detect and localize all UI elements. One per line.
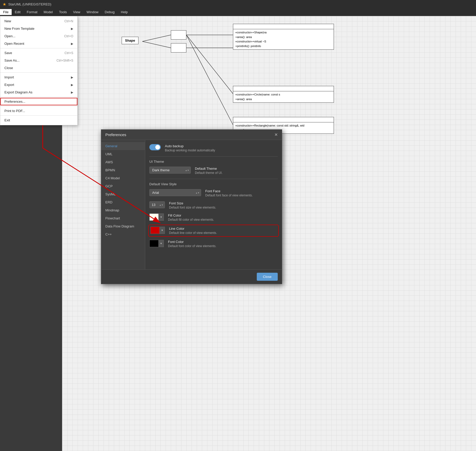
font-face-row: Arial Times New Roman Courier New Font F… bbox=[149, 189, 278, 197]
menu-item-save-as[interactable]: Save As... Ctrl+Shift+S bbox=[0, 57, 77, 64]
menu-item-new[interactable]: New Ctrl+N bbox=[0, 17, 77, 25]
fill-color-dropdown-btn[interactable]: ▼ bbox=[159, 213, 164, 221]
fill-color-swatch[interactable] bbox=[149, 213, 159, 221]
menu-item-export-label: Export bbox=[4, 83, 14, 87]
font-color-row: ▼ Font Color Default font color of view … bbox=[149, 240, 278, 248]
line-color-row: ▼ Line Color Default line color of view … bbox=[149, 226, 278, 236]
import-arrow-icon: ▶ bbox=[71, 76, 73, 79]
font-face-label: Font Face bbox=[205, 189, 278, 193]
fill-color-swatch-row: ▼ bbox=[149, 213, 164, 221]
pref-sidebar-erd[interactable]: ERD bbox=[101, 198, 145, 206]
font-color-swatch[interactable] bbox=[149, 240, 159, 247]
new-from-template-arrow-icon: ▶ bbox=[71, 27, 73, 31]
app-title: StarUML (UNREGISTERED) bbox=[8, 2, 51, 6]
file-dropdown-menu: New Ctrl+N New From Template ▶ Open... C… bbox=[0, 16, 78, 125]
menu-item-save-shortcut: Ctrl+S bbox=[64, 51, 73, 55]
menu-item-exit-label: Exit bbox=[4, 118, 10, 122]
pref-sidebar-uml[interactable]: UML bbox=[101, 150, 145, 158]
fill-color-control: ▼ bbox=[149, 213, 164, 221]
pref-sidebar-mindmap[interactable]: Mindmap bbox=[101, 206, 145, 214]
pref-sidebar-cpp[interactable]: C++ bbox=[101, 230, 145, 238]
star-icon: ★ bbox=[3, 2, 6, 7]
menu-item-open[interactable]: Open... Ctrl+O bbox=[0, 32, 77, 40]
pref-sidebar-gcp[interactable]: GCP bbox=[101, 182, 145, 190]
line-color-sublabel: Default line color of view elements. bbox=[169, 231, 277, 235]
ui-theme-section-header: UI Theme bbox=[149, 160, 278, 164]
font-size-control bbox=[149, 201, 165, 208]
pref-sidebar-general[interactable]: General bbox=[101, 142, 145, 150]
preferences-body: General UML AWS BPMN C4 Model GCP SysML … bbox=[101, 140, 282, 269]
preferences-footer: Close bbox=[101, 269, 282, 284]
theme-description: Default Theme Default theme of UI. bbox=[195, 167, 278, 175]
menu-item-preferences-label: Preferences... bbox=[4, 100, 25, 103]
menu-item-export[interactable]: Export ▶ bbox=[0, 81, 77, 88]
menu-item-export-diagram-label: Export Diagram As bbox=[4, 90, 32, 94]
menu-file[interactable]: File bbox=[0, 9, 12, 15]
menu-item-close[interactable]: Close bbox=[0, 64, 77, 72]
line-color-dropdown-btn[interactable]: ▼ bbox=[160, 227, 165, 234]
font-color-control: ▼ bbox=[149, 240, 164, 247]
preferences-sidebar: General UML AWS BPMN C4 Model GCP SysML … bbox=[101, 140, 145, 269]
menu-item-exit[interactable]: Exit bbox=[0, 116, 77, 124]
menu-debug[interactable]: Debug bbox=[102, 9, 118, 15]
menu-window[interactable]: Window bbox=[83, 9, 101, 15]
auto-backup-row: Auto backup Backup working model automat… bbox=[149, 144, 278, 152]
menu-item-open-recent[interactable]: Open Recent ▶ bbox=[0, 40, 77, 47]
theme-select[interactable]: Dark theme Light theme bbox=[149, 167, 191, 174]
rect-bottom[interactable] bbox=[171, 43, 186, 53]
menu-help[interactable]: Help bbox=[118, 9, 131, 15]
theme-sublabel: Default theme of UI. bbox=[195, 171, 278, 175]
menu-item-print[interactable]: Print to PDF... bbox=[0, 107, 77, 115]
fill-color-label: Fill Color bbox=[168, 213, 278, 217]
menu-edit[interactable]: Edit bbox=[12, 9, 24, 15]
svg-line-18 bbox=[186, 35, 233, 125]
menu-item-import[interactable]: Import ▶ bbox=[0, 73, 77, 81]
pref-sidebar-dataflow[interactable]: Data Flow Diagram bbox=[101, 222, 145, 230]
fill-color-row: ▼ Fill Color Default fill color of view … bbox=[149, 213, 278, 221]
export-arrow-icon: ▶ bbox=[71, 83, 73, 87]
menu-format[interactable]: Format bbox=[24, 9, 40, 15]
font-face-select-wrapper: Arial Times New Roman Courier New bbox=[149, 189, 201, 196]
fill-color-sublabel: Default fill color of view elements. bbox=[168, 218, 278, 221]
theme-select-wrapper: Dark theme Light theme bbox=[149, 167, 191, 174]
font-size-input[interactable] bbox=[149, 201, 165, 208]
shape-class-box[interactable]: Shape bbox=[122, 37, 138, 44]
menu-item-new-shortcut: Ctrl+N bbox=[64, 19, 73, 23]
auto-backup-toggle[interactable] bbox=[149, 144, 161, 150]
preferences-close-dialog-button[interactable]: Close bbox=[257, 273, 278, 281]
open-recent-arrow-icon: ▶ bbox=[71, 42, 73, 46]
font-face-control: Arial Times New Roman Courier New bbox=[149, 189, 201, 196]
menu-item-export-diagram[interactable]: Export Diagram As ▶ bbox=[0, 88, 77, 96]
default-view-style-header: Default View Style bbox=[149, 182, 278, 186]
pref-sidebar-sysml[interactable]: SysML bbox=[101, 190, 145, 198]
font-face-select[interactable]: Arial Times New Roman Courier New bbox=[149, 189, 201, 196]
pref-sidebar-flowchart[interactable]: Flowchart bbox=[101, 214, 145, 222]
preferences-dialog: Preferences ✕ General UML AWS BPMN C4 Mo… bbox=[101, 129, 282, 284]
auto-backup-label: Auto backup bbox=[165, 144, 278, 148]
menu-tools[interactable]: Tools bbox=[56, 9, 70, 15]
pref-sidebar-c4model[interactable]: C4 Model bbox=[101, 174, 145, 182]
menu-model[interactable]: Model bbox=[41, 9, 56, 15]
font-color-dropdown-btn[interactable]: ▼ bbox=[159, 240, 164, 247]
svg-line-14 bbox=[142, 41, 171, 48]
circle-detail-class[interactable]: «constructor»+Circle(name: const s +area… bbox=[233, 86, 334, 103]
pref-sidebar-aws[interactable]: AWS bbox=[101, 158, 145, 166]
divider-1 bbox=[0, 48, 77, 48]
font-size-label: Font Size bbox=[169, 201, 278, 205]
line-color-swatch[interactable] bbox=[150, 227, 160, 234]
menu-item-preferences[interactable]: Preferences... bbox=[0, 98, 77, 105]
menu-item-new-from-template[interactable]: New From Template ▶ bbox=[0, 25, 77, 32]
menu-item-save[interactable]: Save Ctrl+S bbox=[0, 49, 77, 57]
font-color-sublabel: Default font color of view elements. bbox=[168, 244, 278, 248]
pref-sidebar-bpmn[interactable]: BPMN bbox=[101, 166, 145, 174]
menu-item-save-as-shortcut: Ctrl+Shift+S bbox=[56, 59, 73, 62]
svg-line-17 bbox=[186, 35, 233, 94]
rect-top[interactable] bbox=[171, 30, 186, 40]
theme-label: Default Theme bbox=[195, 167, 278, 171]
shape-detail-class[interactable]: «constructor»+Shape(na +area(): area «co… bbox=[233, 24, 334, 50]
menu-item-print-label: Print to PDF... bbox=[4, 109, 25, 113]
menu-view[interactable]: View bbox=[70, 9, 83, 15]
preferences-close-button[interactable]: ✕ bbox=[274, 132, 278, 137]
line-color-control: ▼ bbox=[150, 227, 165, 234]
section-divider-1 bbox=[149, 156, 278, 157]
